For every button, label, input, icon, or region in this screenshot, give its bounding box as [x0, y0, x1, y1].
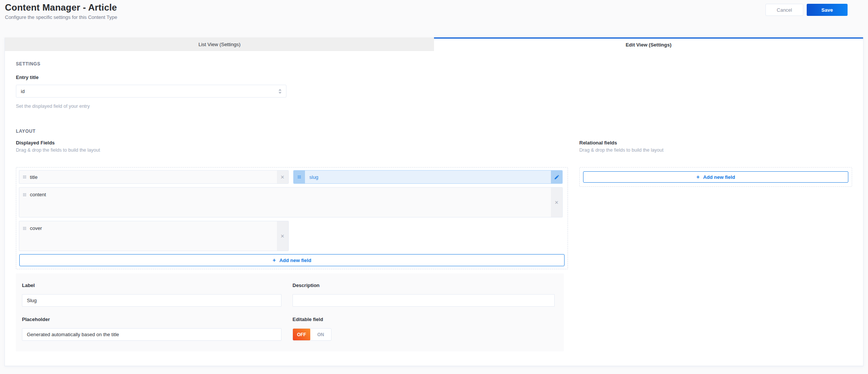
relational-fields-dropzone: + Add new field [579, 167, 852, 187]
entry-title-label: Entry title [16, 74, 852, 80]
settings-section-title: SETTINGS [16, 61, 852, 67]
drag-handle-icon[interactable] [23, 175, 26, 176]
drag-handle-icon[interactable] [23, 193, 26, 194]
field-chip-slug[interactable]: slug [293, 170, 563, 184]
entry-title-select[interactable]: id [16, 85, 286, 98]
remove-field-button[interactable]: ✕ [277, 171, 288, 183]
cancel-button[interactable]: Cancel [765, 4, 803, 16]
view-tabs: List View (Settings) Edit View (Settings… [5, 37, 863, 51]
close-icon: ✕ [280, 174, 285, 180]
remove-field-button[interactable]: ✕ [277, 221, 288, 251]
toggle-on-option[interactable]: ON [310, 329, 331, 340]
relational-fields-subtitle: Drag & drop the fields to build the layo… [579, 147, 852, 153]
field-chip-label: title [30, 174, 37, 180]
field-chip-content[interactable]: content ✕ [19, 187, 563, 217]
description-input[interactable] [292, 294, 555, 307]
editable-field-label: Editable field [292, 317, 555, 322]
pencil-icon [554, 175, 559, 180]
add-new-field-label: Add new field [279, 258, 311, 263]
toggle-off-option[interactable]: OFF [293, 329, 310, 340]
remove-field-button[interactable]: ✕ [551, 188, 562, 217]
tab-edit-view-settings[interactable]: Edit View (Settings) [434, 37, 863, 51]
entry-title-select-value: id [21, 88, 278, 94]
displayed-fields-column: Displayed Fields Drag & drop the fields … [16, 140, 568, 351]
field-chip-label: content [30, 192, 46, 197]
label-field-label: Label [22, 282, 282, 288]
label-input[interactable] [22, 294, 282, 307]
displayed-fields-subtitle: Drag & drop the fields to build the layo… [16, 147, 568, 153]
tab-list-view-settings[interactable]: List View (Settings) [5, 37, 434, 51]
plus-icon: + [272, 257, 276, 263]
page-subtitle: Configure the specific settings for this… [5, 14, 117, 20]
page-title: Content Manager - Article [5, 2, 117, 13]
close-icon: ✕ [280, 233, 285, 239]
close-icon: ✕ [555, 200, 559, 205]
page-header: Content Manager - Article Configure the … [0, 0, 868, 37]
editable-field-toggle[interactable]: OFF ON [292, 328, 331, 341]
drag-handle-icon[interactable] [294, 171, 305, 183]
field-settings-panel: Label Description Placeholder [16, 273, 564, 351]
relational-fields-column: Relational fields Drag & drop the fields… [579, 140, 852, 351]
add-new-field-button[interactable]: + Add new field [19, 254, 565, 266]
field-chip-label: cover [30, 225, 42, 231]
add-relational-field-button[interactable]: + Add new field [583, 171, 848, 183]
relational-fields-title: Relational fields [579, 140, 852, 146]
placeholder-input[interactable] [22, 328, 282, 341]
settings-card: List View (Settings) Edit View (Settings… [5, 37, 863, 366]
add-relational-field-label: Add new field [703, 174, 735, 180]
plus-icon: + [696, 174, 700, 180]
displayed-fields-title: Displayed Fields [16, 140, 568, 146]
displayed-fields-dropzone: title ✕ slug [16, 167, 568, 269]
field-chip-label: slug [310, 174, 319, 180]
drag-handle-icon[interactable] [23, 227, 26, 228]
placeholder-field-label: Placeholder [22, 317, 282, 322]
edit-field-button[interactable] [551, 171, 562, 183]
layout-section-title: LAYOUT [16, 129, 852, 134]
entry-title-help: Set the displayed field of your entry [16, 104, 852, 109]
description-field-label: Description [292, 282, 555, 288]
caret-up-down-icon [278, 89, 282, 94]
field-chip-cover[interactable]: cover ✕ [19, 221, 289, 251]
save-button[interactable]: Save [807, 4, 848, 16]
field-chip-title[interactable]: title ✕ [19, 170, 289, 184]
